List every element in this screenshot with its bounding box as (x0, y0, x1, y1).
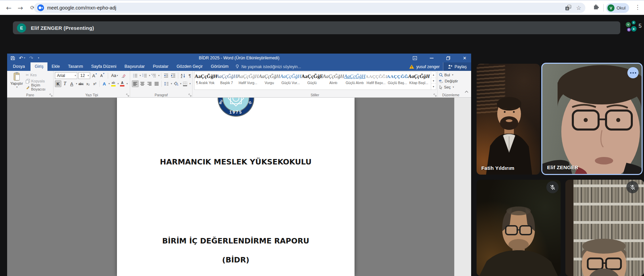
chevron-down-icon: ▾ (453, 86, 454, 88)
style-item[interactable]: AaÇçĞğHGüçlü Vur... (280, 72, 301, 90)
tab-gozden-gecir[interactable]: Gözden Geçir (173, 62, 207, 71)
style-item[interactable]: AAÇÇĞĞIHafif Başv... (365, 72, 387, 90)
paste-button[interactable]: Yapıştır ▾ (8, 72, 25, 92)
justify-button[interactable] (153, 80, 160, 87)
format-painter-button[interactable]: Biçim Boyacısı (26, 84, 53, 90)
collapse-ribbon-icon[interactable] (465, 91, 468, 93)
style-item[interactable]: AaÇçĞğEGüçlü (301, 72, 323, 90)
video-tile-4[interactable] (565, 180, 644, 276)
chevron-down-icon: ▾ (180, 82, 182, 85)
increase-indent-button[interactable] (170, 72, 177, 79)
dialog-launcher-icon[interactable] (49, 94, 53, 97)
ribbon-display-options-icon[interactable] (411, 55, 419, 61)
style-item[interactable]: AaÇçĞğHlBaşlık 7 (216, 72, 237, 90)
cut-button[interactable]: ✂ Kes (26, 72, 53, 78)
style-item[interactable]: AaÇçĞğHHafif Vurg... (237, 72, 259, 90)
tile-more-options-button[interactable] (627, 67, 639, 78)
align-right-button[interactable] (146, 80, 153, 87)
underline-button[interactable]: A (68, 80, 75, 87)
tab-giris[interactable]: Giriş (31, 62, 47, 71)
dialog-launcher-icon[interactable] (126, 94, 129, 97)
tab-tasarim[interactable]: Tasarım (64, 62, 87, 71)
style-item[interactable]: AaÇçĞğHGüçlü Alıntı (344, 72, 365, 90)
url-bar[interactable]: meet.google.com/mxn-epho-adj Ga ☆ (34, 3, 585, 13)
shading-button[interactable] (173, 80, 179, 87)
highlight-button[interactable]: ab (110, 80, 117, 87)
tab-basvurular[interactable]: Başvurular (120, 62, 149, 71)
forward-button[interactable]: → (15, 2, 26, 13)
style-item[interactable]: AaÇçĞğH¶ Aralık Yok (195, 72, 216, 90)
align-center-button[interactable] (139, 80, 146, 87)
numbering-button[interactable]: 12 (141, 72, 148, 79)
participant-video (565, 180, 644, 276)
dialog-launcher-icon[interactable] (188, 94, 192, 97)
font-family-value: Arial (57, 73, 65, 78)
tab-gorunum[interactable]: Görünüm (207, 62, 233, 71)
gallery-down-button[interactable]: ▼ (431, 78, 436, 84)
align-left-button[interactable] (132, 80, 139, 87)
profile-name: Okul (617, 5, 626, 11)
copy-icon (26, 79, 30, 83)
svg-text:A: A (181, 74, 182, 76)
back-button[interactable]: ← (3, 2, 14, 13)
subscript-button[interactable]: x₂ (85, 80, 91, 87)
profile-chip[interactable]: V Okul (606, 3, 629, 13)
sort-button[interactable]: AZ (180, 72, 186, 79)
replace-button[interactable]: ab Değiştir (439, 78, 458, 84)
superscript-button[interactable]: x² (92, 80, 98, 87)
chevron-down-icon: ▾ (126, 82, 128, 85)
video-tile-fatih[interactable]: Fatih Yıldırım (477, 64, 540, 175)
show-formatting-marks-button[interactable]: ¶ (187, 72, 193, 79)
share-button[interactable]: Paylaş (443, 62, 471, 71)
find-button[interactable]: Bul▾ (439, 72, 458, 78)
vertical-scrollbar[interactable] (454, 98, 471, 276)
bookmark-star-icon[interactable]: ☆ (576, 4, 581, 11)
bold-button[interactable]: K (55, 80, 61, 87)
style-item[interactable]: AaÇçĞğHKitap Başl... (408, 72, 429, 90)
url-text: meet.google.com/mxn-epho-adj (47, 5, 116, 11)
minimize-icon[interactable] (428, 55, 435, 61)
tab-dosya[interactable]: Dosya (7, 62, 31, 71)
borders-button[interactable] (182, 80, 188, 87)
style-item[interactable]: AaÇçĞğHVurgu (259, 72, 280, 90)
group-paragraph: ▾ 12▾ ▾ AZ ¶ ▾ ▾ ▾ Paragraf (130, 71, 193, 98)
video-tile-3[interactable] (477, 180, 561, 276)
tell-me-box[interactable]: Ne yapmak istediğinizi söyleyin... (235, 62, 301, 71)
tab-sayfa-duzeni[interactable]: Sayfa Düzeni (87, 62, 120, 71)
font-size-combo[interactable]: 12▾ (78, 72, 90, 79)
divider (108, 73, 108, 79)
divider (99, 81, 100, 87)
multilevel-list-button[interactable] (150, 72, 157, 79)
divider (161, 73, 161, 79)
strikethrough-button[interactable]: abc (78, 80, 85, 87)
translate-icon[interactable]: Ga (565, 5, 571, 11)
change-case-button[interactable]: Aa▾ (110, 72, 119, 79)
restore-icon[interactable] (444, 55, 452, 61)
shrink-font-button[interactable]: A▼ (99, 72, 106, 79)
style-item[interactable]: AAÇÇĞĞGüçlü Baş... (387, 72, 408, 90)
video-tile-elif[interactable]: Elif ZENGER (541, 63, 643, 175)
tab-postalar[interactable]: Postalar (149, 62, 173, 71)
select-button[interactable]: Seç▾ (439, 84, 458, 90)
chevron-down-icon: ▾ (16, 86, 18, 88)
tab-ekle[interactable]: Ekle (47, 62, 64, 71)
text-effects-button[interactable]: A (101, 80, 107, 87)
gallery-up-button[interactable]: ▲ (431, 72, 436, 78)
bullets-button[interactable] (132, 72, 139, 79)
participants-cluster[interactable]: V t E E (626, 21, 637, 32)
style-item[interactable]: AaÇçĞğHAlıntı (323, 72, 344, 90)
decrease-indent-button[interactable] (163, 72, 169, 79)
meet-favicon-icon (37, 4, 44, 11)
svg-text:1975: 1975 (229, 110, 242, 115)
dialog-launcher-icon[interactable] (434, 94, 437, 97)
clear-formatting-button[interactable] (120, 72, 127, 79)
gallery-more-button[interactable]: ▼ (431, 84, 436, 90)
font-color-button[interactable]: A (119, 80, 125, 87)
line-spacing-button[interactable] (163, 80, 170, 87)
extensions-puzzle-icon[interactable] (592, 4, 599, 11)
browser-menu-icon[interactable]: ⋮ (635, 4, 641, 11)
font-family-combo[interactable]: Arial▾ (55, 72, 77, 79)
grow-font-button[interactable]: A▲ (91, 72, 98, 79)
italic-button[interactable]: T (62, 80, 68, 87)
close-icon[interactable]: ✕ (461, 55, 468, 61)
